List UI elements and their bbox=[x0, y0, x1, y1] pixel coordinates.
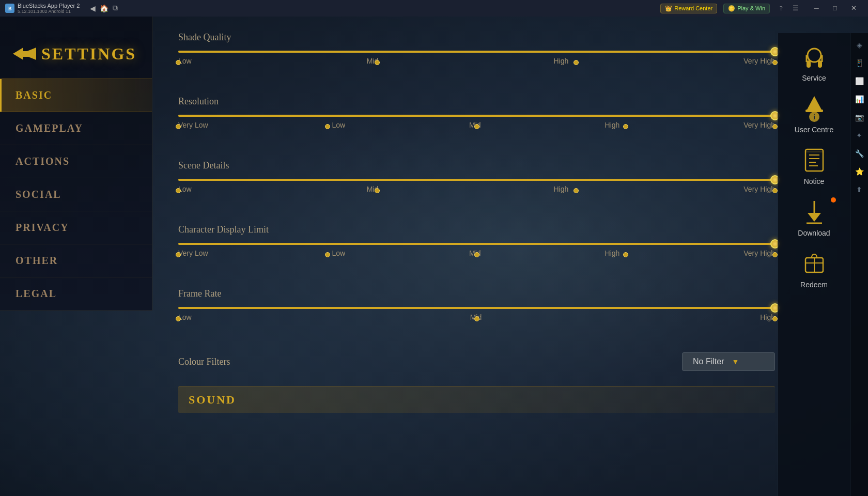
close-button[interactable]: ✕ bbox=[844, 0, 863, 17]
mark-dot bbox=[176, 188, 181, 193]
scale-low: Low bbox=[332, 121, 346, 129]
home-button[interactable]: 🏠 bbox=[100, 4, 109, 13]
titlebar: B BlueStacks App Player 2 5.12.101.1002 … bbox=[0, 0, 868, 17]
crown-icon: 👑 bbox=[665, 5, 672, 12]
mark-dot bbox=[623, 252, 628, 257]
scale-low: Low bbox=[332, 249, 346, 257]
colour-filters-label: Colour Filters bbox=[178, 357, 230, 367]
sidebar-item-legal[interactable]: LEGAL bbox=[0, 277, 152, 311]
chevron-down-icon: ▼ bbox=[732, 358, 739, 366]
mark-dot bbox=[375, 188, 380, 193]
strip-icon-8[interactable]: ⭐ bbox=[854, 167, 864, 176]
play-win-button[interactable]: 🪙 Play & Win bbox=[723, 4, 770, 13]
strip-icon-9[interactable]: ⬆ bbox=[854, 185, 864, 194]
resolution-group: Resolution Very Low Low Mid bbox=[178, 96, 775, 142]
shade-quality-scale: Low Mid High Very High bbox=[178, 57, 775, 65]
back-arrow-button[interactable] bbox=[13, 45, 36, 63]
mark-dot bbox=[375, 60, 380, 65]
shade-quality-fill bbox=[178, 51, 775, 53]
notice-icon bbox=[800, 147, 828, 175]
sidebar-item-gameplay[interactable]: GAMEPLAY bbox=[0, 112, 152, 145]
sidebar-item-privacy[interactable]: PRIVACY bbox=[0, 211, 152, 244]
sidebar-label-privacy: PRIVACY bbox=[16, 222, 69, 233]
resolution-label: Resolution bbox=[178, 96, 775, 107]
scene-details-track bbox=[178, 179, 775, 181]
sidebar-label-other: OTHER bbox=[16, 255, 58, 266]
titlebar-right: 👑 Reward Center 🪙 Play & Win ? ☰ ─ □ ✕ bbox=[655, 0, 868, 17]
redeem-label: Redeem bbox=[800, 281, 828, 289]
resolution-slider[interactable]: Very Low Low Mid High Very High bbox=[178, 115, 775, 142]
shade-quality-track bbox=[178, 51, 775, 53]
scene-details-slider[interactable]: Low Mid High Very High bbox=[178, 179, 775, 206]
notice-label: Notice bbox=[804, 177, 825, 185]
main-area: SETTINGS BASIC GAMEPLAY ACTIONS SOCIAL bbox=[0, 17, 868, 496]
mark-dot bbox=[474, 252, 479, 257]
panel-item-service[interactable]: Service bbox=[783, 38, 845, 87]
character-display-label: Character Display Limit bbox=[178, 224, 775, 235]
strip-icon-4[interactable]: 📊 bbox=[854, 95, 864, 104]
scale-very-low: Very Low bbox=[178, 121, 208, 129]
resolution-track bbox=[178, 115, 775, 117]
help-icon[interactable]: ? bbox=[776, 4, 786, 12]
panel-item-redeem[interactable]: Redeem bbox=[783, 245, 845, 294]
svg-text:i: i bbox=[813, 113, 815, 121]
mark-dot bbox=[325, 124, 330, 129]
sidebar-item-basic[interactable]: BASIC bbox=[0, 79, 152, 112]
service-label: Service bbox=[802, 74, 826, 82]
mark-dot bbox=[772, 252, 778, 257]
mark-dot bbox=[176, 252, 181, 257]
sidebar-label-legal: LEGAL bbox=[16, 288, 57, 299]
colour-filters-dropdown[interactable]: No Filter ▼ bbox=[682, 352, 775, 371]
strip-icon-6[interactable]: ✦ bbox=[854, 131, 864, 140]
colour-filters-value: No Filter bbox=[693, 357, 724, 366]
scene-details-group: Scene Details Low Mid High Ver bbox=[178, 160, 775, 206]
copy-button[interactable]: ⧉ bbox=[113, 4, 118, 12]
scale-high: High bbox=[605, 121, 620, 129]
mark-dot bbox=[772, 60, 778, 65]
panel-item-user-centre[interactable]: i User Centre bbox=[783, 90, 845, 139]
mark-dot bbox=[574, 188, 579, 193]
frame-rate-slider[interactable]: Low Mid High bbox=[178, 307, 775, 334]
strip-icon-3[interactable]: ⬜ bbox=[854, 77, 864, 86]
sidebar-item-social[interactable]: SOCIAL bbox=[0, 178, 152, 211]
shade-quality-slider[interactable]: Low Mid High Very High bbox=[178, 51, 775, 78]
scale-very-high: Very High bbox=[743, 57, 775, 65]
strip-icon-7[interactable]: 🔧 bbox=[854, 149, 864, 158]
reward-center-button[interactable]: 👑 Reward Center bbox=[660, 4, 717, 13]
sidebar-label-gameplay: GAMEPLAY bbox=[16, 122, 83, 134]
mark-dot bbox=[325, 252, 330, 257]
scene-details-fill bbox=[178, 179, 775, 181]
redeem-icon bbox=[800, 250, 828, 278]
play-win-label: Play & Win bbox=[737, 5, 765, 11]
strip-icon-2[interactable]: 📱 bbox=[854, 59, 864, 68]
sidebar-item-other[interactable]: OTHER bbox=[0, 244, 152, 277]
back-button[interactable]: ◀ bbox=[90, 4, 96, 13]
frame-rate-group: Frame Rate Low Mid High bbox=[178, 288, 775, 334]
app-icon: B bbox=[5, 4, 14, 13]
panel-item-download[interactable]: Download bbox=[783, 193, 845, 242]
menu-icon[interactable]: ☰ bbox=[791, 4, 801, 12]
nav-items: BASIC GAMEPLAY ACTIONS SOCIAL PRIVACY OT… bbox=[0, 79, 152, 311]
strip-icon-1[interactable]: ◈ bbox=[854, 41, 864, 50]
character-display-slider[interactable]: Very Low Low Mid High Very High bbox=[178, 243, 775, 270]
sidebar-label-basic: BASIC bbox=[16, 89, 52, 101]
panel-item-notice[interactable]: Notice bbox=[783, 142, 845, 191]
strip-icon-5[interactable]: 📷 bbox=[854, 113, 864, 122]
maximize-button[interactable]: □ bbox=[826, 0, 844, 17]
mark-dot bbox=[176, 60, 181, 65]
settings-header: SETTINGS bbox=[0, 33, 152, 74]
scale-very-high: Very High bbox=[743, 185, 775, 193]
wizard-icon: i bbox=[800, 95, 828, 123]
scene-details-label: Scene Details bbox=[178, 160, 775, 171]
headphones-icon bbox=[800, 43, 828, 72]
frame-rate-label: Frame Rate bbox=[178, 288, 775, 299]
sidebar-item-actions[interactable]: ACTIONS bbox=[0, 145, 152, 178]
minimize-button[interactable]: ─ bbox=[807, 0, 826, 17]
character-display-track bbox=[178, 243, 775, 245]
titlebar-nav: ◀ 🏠 ⧉ bbox=[85, 4, 123, 13]
mark-dot bbox=[474, 124, 479, 129]
resolution-fill bbox=[178, 115, 775, 117]
svg-marker-8 bbox=[807, 96, 822, 111]
character-display-group: Character Display Limit Very Low Low bbox=[178, 224, 775, 270]
mark-dot bbox=[574, 60, 579, 65]
